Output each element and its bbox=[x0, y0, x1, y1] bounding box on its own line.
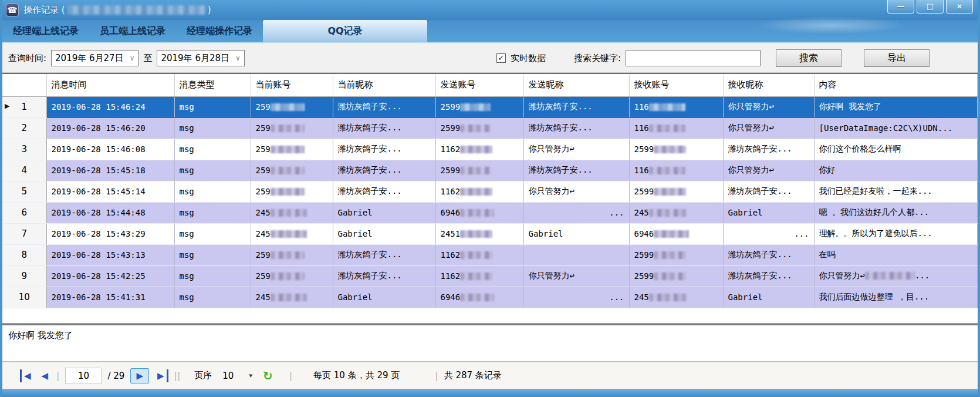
realtime-checkbox[interactable]: ✓ bbox=[496, 53, 506, 63]
column-header[interactable]: 发送昵称 bbox=[523, 74, 629, 96]
row-number: 2 bbox=[2, 117, 46, 139]
cell: 2019-06-28 15:44:48 bbox=[46, 202, 174, 223]
cell: 259 bbox=[251, 139, 333, 160]
table-row[interactable]: 42019-06-28 15:45:18msg259潍坊灰鸽子安...2599潍… bbox=[2, 160, 978, 181]
redacted-blur bbox=[271, 146, 305, 153]
table-row[interactable]: 62019-06-28 15:44:48msg245Gabriel6946...… bbox=[2, 202, 978, 223]
query-time-label: 查询时间: bbox=[8, 53, 46, 64]
redacted-blur bbox=[460, 103, 491, 111]
date-from-picker[interactable]: 2019年 6月27日 ∨ bbox=[51, 50, 138, 66]
cell: Gabriel bbox=[723, 287, 814, 308]
cell: 潍坊灰鸽子安... bbox=[723, 139, 814, 160]
table-row[interactable]: ▶12019-06-28 15:46:24msg259潍坊灰鸽子安...2599… bbox=[2, 96, 978, 117]
column-header[interactable]: 当前账号 bbox=[251, 74, 333, 96]
row-number: 4 bbox=[2, 160, 46, 181]
page-size-combo[interactable]: 10 ▾ bbox=[218, 369, 257, 382]
cell: ... bbox=[723, 223, 814, 244]
cell: 1162 bbox=[435, 265, 523, 287]
page-number-input[interactable]: 10 bbox=[65, 368, 102, 384]
tab-员工端上线记录[interactable]: 员工端上线记录 bbox=[89, 20, 176, 42]
column-header[interactable]: 发送账号 bbox=[435, 74, 523, 96]
cell: 116 bbox=[629, 117, 723, 139]
row-number: 7 bbox=[2, 223, 46, 244]
table-row[interactable]: 32019-06-28 15:46:08msg259潍坊灰鸽子安...1162你… bbox=[2, 139, 978, 160]
cell: 245 bbox=[251, 287, 333, 308]
table-row[interactable]: 22019-06-28 15:46:20msg259潍坊灰鸽子安...2599潍… bbox=[2, 117, 978, 139]
column-header[interactable]: 内容 bbox=[814, 74, 978, 96]
redacted-blur bbox=[649, 167, 685, 174]
cell: 2599 bbox=[435, 117, 523, 139]
redacted-blur bbox=[460, 272, 492, 280]
row-number: ▶1 bbox=[2, 96, 46, 117]
cell: 潍坊灰鸽子安... bbox=[333, 244, 435, 265]
tab-经理端上线记录[interactable]: 经理端上线记录 bbox=[2, 20, 89, 42]
cell: 116 bbox=[629, 160, 723, 181]
cell: 你好 bbox=[814, 160, 978, 181]
next-page-icon[interactable]: ▶ bbox=[130, 368, 149, 383]
cell: msg bbox=[174, 202, 251, 223]
redacted-blur bbox=[649, 294, 687, 301]
redacted-blur bbox=[649, 103, 685, 111]
redacted-blur bbox=[271, 251, 305, 259]
redacted-blur bbox=[271, 188, 305, 196]
cell: 2599 bbox=[629, 139, 723, 160]
prev-page-icon[interactable]: ◀ bbox=[39, 369, 51, 382]
page-order-label: 页序 bbox=[194, 370, 212, 381]
window-title-prefix: 操作记录 ( bbox=[23, 5, 65, 16]
pagination-bar: ◀ ◀ | 10 / 29 ▶ ▶ || 页序 10 ▾ ↻ | 每页 10 条… bbox=[2, 362, 978, 389]
realtime-label: 实时数据 bbox=[511, 53, 546, 64]
tab-QQ记录[interactable]: QQ记录 bbox=[263, 20, 427, 42]
to-label: 至 bbox=[143, 53, 152, 64]
table-row[interactable]: 82019-06-28 15:43:13msg259潍坊灰鸽子安...11622… bbox=[2, 244, 978, 265]
column-header[interactable]: 接收昵称 bbox=[723, 74, 814, 96]
column-header[interactable]: 接收账号 bbox=[629, 74, 723, 96]
cell: 259 bbox=[251, 265, 333, 287]
maximize-button[interactable]: □ bbox=[917, 0, 944, 14]
tab-经理端操作记录[interactable]: 经理端操作记录 bbox=[176, 20, 263, 42]
export-button[interactable]: 导出 bbox=[864, 49, 930, 67]
close-button[interactable]: × bbox=[946, 0, 973, 14]
cell: 2019-06-28 15:46:24 bbox=[46, 96, 174, 117]
redacted-blur bbox=[654, 251, 686, 259]
cell: msg bbox=[174, 265, 251, 287]
cell: 潍坊灰鸽子安... bbox=[523, 117, 629, 139]
search-button[interactable]: 搜索 bbox=[776, 49, 842, 67]
refresh-icon[interactable]: ↻ bbox=[263, 369, 273, 383]
cell: 潍坊灰鸽子安... bbox=[333, 139, 435, 160]
row-number: 9 bbox=[2, 265, 46, 287]
table-row[interactable]: 102019-06-28 15:41:31msg245Gabriel6946..… bbox=[2, 287, 978, 308]
cell: 259 bbox=[251, 117, 333, 139]
cell: 你只管努力↩ bbox=[723, 160, 814, 181]
cell: msg bbox=[174, 181, 251, 202]
cell: Gabriel bbox=[723, 202, 814, 223]
column-header[interactable]: 当前昵称 bbox=[333, 74, 435, 96]
cell: 你只管努力↩ bbox=[523, 139, 629, 160]
cell: 259 bbox=[251, 181, 333, 202]
first-page-icon[interactable]: ◀ bbox=[20, 369, 33, 382]
redacted-blur bbox=[460, 146, 492, 153]
minimize-button[interactable]: — bbox=[887, 0, 914, 14]
column-header[interactable]: 消息类型 bbox=[174, 74, 251, 96]
column-header[interactable]: 消息时间 bbox=[46, 74, 174, 96]
cell: 2451 bbox=[435, 223, 523, 244]
cell: 2599 bbox=[629, 244, 723, 265]
table-row[interactable]: 72019-06-28 15:43:29msg245Gabriel2451Gab… bbox=[2, 223, 978, 244]
keyword-input[interactable] bbox=[626, 50, 761, 66]
cell: 116 bbox=[629, 96, 723, 117]
cell: 259 bbox=[251, 244, 333, 265]
cell: Gabriel bbox=[333, 202, 435, 223]
cell: 259 bbox=[251, 96, 333, 117]
table-row[interactable]: 92019-06-28 15:42:25msg259潍坊灰鸽子安...1162你… bbox=[2, 265, 978, 287]
query-bar: 查询时间: 2019年 6月27日 ∨ 至 2019年 6月28日 ∨ ✓ 实时… bbox=[2, 43, 978, 73]
redacted-blur bbox=[649, 125, 685, 132]
table-row[interactable]: 52019-06-28 15:45:14msg259潍坊灰鸽子安...1162你… bbox=[2, 181, 978, 202]
redacted-blur bbox=[271, 294, 307, 301]
cell: Gabriel bbox=[333, 223, 435, 244]
separator: || bbox=[174, 370, 181, 381]
cell: 1162 bbox=[435, 244, 523, 265]
cell: 2019-06-28 15:41:31 bbox=[46, 287, 174, 308]
redacted-blur bbox=[649, 209, 687, 217]
last-page-icon[interactable]: ▶ bbox=[155, 369, 168, 382]
date-to-picker[interactable]: 2019年 6月28日 ∨ bbox=[157, 50, 244, 66]
cell: 2599 bbox=[435, 160, 523, 181]
